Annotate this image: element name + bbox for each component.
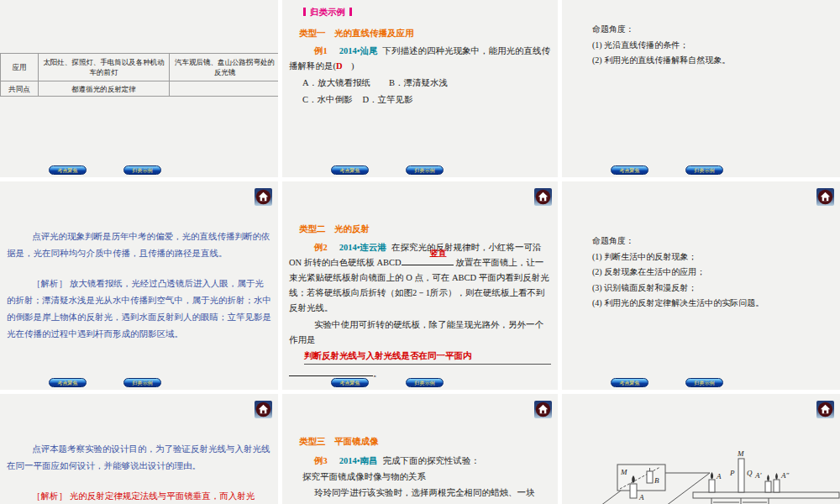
- table-cell: 太阳灶、探照灯、手电筒以及各种机动车的前灯: [39, 54, 170, 81]
- exam-source-tag: 2014•连云港: [339, 243, 386, 252]
- nav-example-button[interactable]: 归类示例: [406, 165, 444, 175]
- table-cell: 都遵循光的反射定律: [39, 81, 170, 97]
- options-line: A．放大镜看报纸B．潭清疑水浅: [302, 76, 558, 91]
- candle-b: [647, 471, 653, 483]
- home-button[interactable]: [816, 401, 834, 418]
- angle-item: (3) 识别镜面反射和漫反射；: [592, 281, 840, 297]
- nav-focus-button[interactable]: 考点聚焦: [331, 165, 369, 175]
- table-row: 共同点 都遵循光的反射定律: [1, 81, 279, 97]
- options-line: C．水中倒影D．立竿见影: [302, 92, 558, 108]
- question-line: 玲玲同学进行该实验时，选择两根完全相同的蜡烛、一块: [289, 485, 551, 501]
- candle-image-2: [774, 480, 780, 492]
- home-button[interactable]: [534, 188, 552, 206]
- question-line: 例32014•南昌完成下面的探究性试验：: [289, 453, 551, 469]
- option-c: C．水中倒影: [302, 95, 353, 104]
- comment-paragraph: 点评本题考察实验的设计目的，为了验证反射光线与入射光线在同一平面应如何设计，并能…: [7, 441, 271, 475]
- slide-2-type1-question: 归类示例 类型一 光的直线传播及应用 例12014•汕尾下列描述的四种光现象中，…: [282, 0, 558, 177]
- nav-focus-button[interactable]: 考点聚焦: [49, 165, 87, 175]
- bench-board: [693, 492, 839, 498]
- nav-example-button[interactable]: 归类示例: [123, 378, 161, 387]
- section-header: 归类示例: [299, 7, 558, 18]
- table-cell: 共同点: [1, 81, 39, 97]
- angle-item: (4) 利用光的反射定律解决生活中的实际问题。: [592, 296, 840, 312]
- option-a: A．放大镜看报纸: [302, 78, 370, 87]
- option-d: D．立竿见影: [363, 95, 413, 104]
- home-icon: [816, 188, 834, 206]
- answer-text-line: 判断反射光线与入射光线是否在同一平面内: [304, 349, 551, 365]
- question-paragraph: 例22014•连云港在探究光的反射规律时，小红将一可沿 ON 折转的白色硬纸板 …: [289, 240, 551, 316]
- table-cell: [170, 81, 279, 97]
- home-icon: [255, 401, 272, 418]
- candle-image-1-flame: [767, 475, 769, 481]
- home-button[interactable]: [255, 401, 272, 418]
- home-button[interactable]: [816, 188, 834, 206]
- diagram-glass-plate-bench: [693, 459, 839, 504]
- exam-source-tag: 2014•汕尾: [339, 46, 378, 55]
- slide-nav: 考点聚焦 归类示例: [282, 378, 558, 387]
- slide-3-angles: 命题角度： (1) 光沿直线传播的条件； (2) 利用光的直线传播解释自然现象。…: [562, 0, 840, 177]
- question-tail: 实验中使用可折转的硬纸板，除了能呈现光路外，另外一个作用是: [289, 318, 551, 348]
- nav-example-button[interactable]: 归类示例: [685, 165, 723, 175]
- angle-item: (2) 反射现象在生活中的应用；: [592, 265, 840, 281]
- answer-letter: D: [336, 61, 343, 71]
- question-paragraph: 例12014•汕尾下列描述的四种光现象中，能用光的直线传播解释的是(D ): [289, 44, 551, 74]
- slide-nav: 考点聚焦 归类示例: [0, 165, 278, 175]
- slide-8-type3-question: 类型三 平面镜成像 例32014•南昌完成下面的探究性试验： 探究平面镜成像时像…: [282, 394, 558, 504]
- option-b: B．潭清疑水浅: [389, 78, 448, 87]
- nav-focus-button[interactable]: 考点聚焦: [331, 378, 369, 387]
- angles-title: 命题角度：: [592, 234, 840, 249]
- mirror-experiment-figure: M B A M P Q A A′: [562, 394, 840, 504]
- blank-answer: 竖直: [405, 246, 447, 261]
- glass-plate: [738, 459, 744, 492]
- label-candle-a-right: A: [716, 472, 722, 480]
- analysis-paragraph-clipped: ［解析］ 光的反射定律规定法线与平面镜垂直，而入射光: [7, 488, 271, 504]
- candle-a: [630, 484, 637, 498]
- home-icon: [534, 401, 552, 418]
- candle-image-1: [765, 481, 771, 492]
- exam-source-tag: 2014•南昌: [339, 456, 378, 465]
- period: 。: [373, 369, 382, 378]
- nav-example-button[interactable]: 归类示例: [406, 378, 444, 387]
- angles-block: 命题角度： (1) 判断生活中的反射现象； (2) 反射现象在生活中的应用； (…: [592, 234, 840, 312]
- slide-nav: 考点聚焦 归类示例: [562, 378, 840, 387]
- example-number: 例2: [314, 243, 328, 252]
- type-title: 类型二 光的反射: [299, 223, 558, 235]
- angles-block: 命题角度： (1) 光沿直线传播的条件； (2) 利用光的直线传播解释自然现象。: [592, 22, 840, 69]
- question-line: 探究平面镜成像时像与物的关系: [302, 469, 551, 485]
- label-candle-b: B: [654, 476, 659, 485]
- nav-focus-button[interactable]: 考点聚焦: [49, 378, 87, 387]
- table-cell: 汽车观后镜、盘山公路拐弯处的反光镜: [170, 54, 279, 81]
- candle-a-right: [709, 480, 715, 492]
- label-face-p: P: [729, 469, 735, 477]
- example-number: 例3: [314, 456, 328, 465]
- slide-6-angles: 命题角度： (1) 判断生活中的反射现象； (2) 反射现象在生活中的应用； (…: [562, 181, 840, 390]
- home-icon: [255, 188, 272, 206]
- slide-9-diagrams: M B A M P Q A A′: [562, 394, 840, 504]
- question-text: 完成下面的探究性试验：: [382, 456, 480, 465]
- label-face-q: Q: [747, 469, 753, 477]
- slide-sorter-grid: 应用 太阳灶、探照灯、手电筒以及各种机动车的前灯 汽车观后镜、盘山公路拐弯处的反…: [0, 0, 840, 504]
- slide-4-comment-analysis: 点评光的现象判断是历年中考的偏爱，光的直线传播判断的依据是，光在同种均匀介质中传…: [0, 181, 278, 390]
- nav-focus-button[interactable]: 考点聚焦: [611, 165, 648, 175]
- nav-example-button[interactable]: 归类示例: [123, 165, 161, 175]
- candle-a-flame: [711, 472, 713, 480]
- angles-title: 命题角度：: [592, 22, 840, 38]
- home-button[interactable]: [534, 401, 552, 418]
- answer-blank: 竖直: [402, 256, 454, 265]
- nav-focus-button[interactable]: 考点聚焦: [611, 378, 648, 387]
- slide-nav: 考点聚焦 归类示例: [562, 165, 840, 175]
- slide-nav: 考点聚焦 归类示例: [0, 378, 278, 387]
- example-number: 例1: [314, 46, 328, 55]
- slide-1-reflection-table: 应用 太阳灶、探照灯、手电筒以及各种机动车的前灯 汽车观后镜、盘山公路拐弯处的反…: [0, 0, 278, 177]
- home-button[interactable]: [255, 188, 272, 206]
- angle-item: (2) 利用光的直线传播解释自然现象。: [592, 53, 840, 69]
- candle-image-2-flame: [775, 473, 778, 480]
- angle-item: (1) 光沿直线传播的条件；: [592, 38, 840, 54]
- home-icon: [816, 401, 834, 418]
- summary-table: 应用 太阳灶、探照灯、手电筒以及各种机动车的前灯 汽车观后镜、盘山公路拐弯处的反…: [0, 53, 278, 97]
- label-candle-a-left: A: [638, 493, 644, 501]
- question-line-clipped: 较厚的玻璃板 M(P、Q 两个面都可以作为平面镜使用): [289, 501, 551, 504]
- nav-example-button[interactable]: 归类示例: [685, 378, 723, 387]
- table-row: 应用 太阳灶、探照灯、手电筒以及各种机动车的前灯 汽车观后镜、盘山公路拐弯处的反…: [1, 54, 279, 81]
- slide-5-type2-question: 类型二 光的反射 例22014•连云港在探究光的反射规律时，小红将一可沿 ON …: [282, 181, 558, 390]
